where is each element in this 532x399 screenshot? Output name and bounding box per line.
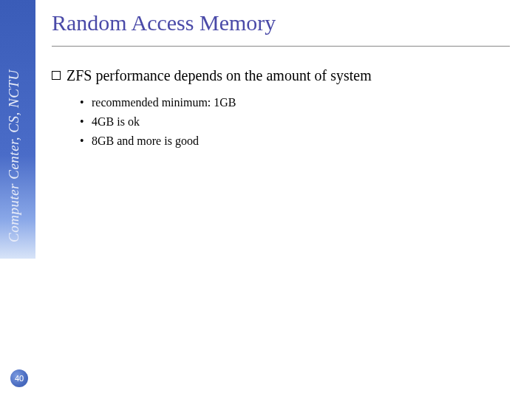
sub-bullet-list: recommended minimum: 1GB 4GB is ok 8GB a… [80,96,510,148]
page-number-badge: 40 [10,369,28,387]
sub-bullet-item: 4GB is ok [80,115,510,129]
sidebar: Computer Center, CS, NCTU [0,0,35,259]
square-bullet-icon [52,71,61,80]
sub-bullet-item: 8GB and more is good [80,134,510,148]
slide-title: Random Access Memory [52,10,510,35]
main-bullet-row: ZFS performance depends on the amount of… [52,67,510,84]
slide-content: Random Access Memory ZFS performance dep… [52,0,532,148]
sidebar-label: Computer Center, CS, NCTU [6,6,22,242]
sub-bullet-item: recommended minimum: 1GB [80,96,510,109]
main-bullet-text: ZFS performance depends on the amount of… [66,67,372,84]
title-underline [52,46,510,47]
